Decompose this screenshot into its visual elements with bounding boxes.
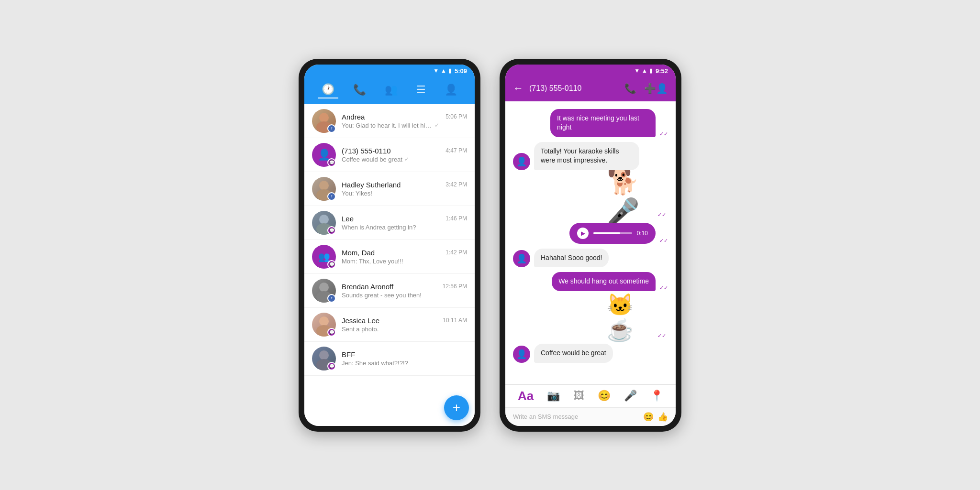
contact-preview-text-jessica: Sent a photo. — [342, 326, 379, 333]
tab-phone[interactable]: 📞 — [349, 82, 370, 98]
contact-name-lee: Lee — [342, 215, 354, 223]
badge-jessica: 💬 — [327, 328, 336, 337]
contact-list: f Andrea 5:06 PM You: Glad to hear it. I… — [304, 104, 475, 426]
input-image-icon[interactable]: 🖼 — [574, 390, 584, 402]
msg-avatar-recv-3: 👤 — [513, 346, 530, 363]
avatar-wrap-713: 👤 💬 — [312, 143, 336, 167]
contact-name-brendan: Brendan Aronoff — [342, 283, 393, 291]
tab-recent[interactable]: 🕐 — [318, 81, 338, 98]
avatar-icon-momdad: 👥 — [318, 251, 330, 262]
audio-progress-bar — [593, 232, 632, 234]
contact-preview-jessica: Sent a photo. — [342, 326, 467, 333]
contact-preview-brendan: Sounds great - see you then! — [342, 292, 467, 299]
bubble-recv-2: Hahaha! Sooo good! — [534, 249, 609, 268]
contact-item-713[interactable]: 👤 💬 (713) 555-0110 4:47 PM Coffee would … — [304, 138, 475, 172]
contact-time-brendan: 12:56 PM — [443, 283, 467, 290]
msg-avatar-recv-1: 👤 — [513, 153, 530, 170]
input-camera-icon[interactable]: 📷 — [547, 390, 560, 402]
contact-info-bff: BFF Jen: She said what?!?!? — [342, 350, 467, 367]
contact-preview-lee: When is Andrea getting in? — [342, 224, 467, 231]
avatar-wrap-brendan: f — [312, 279, 336, 303]
contact-name-row-momdad: Mom, Dad 1:42 PM — [342, 249, 467, 257]
badge-713: 💬 — [327, 158, 336, 167]
contact-name-hadley: Hadley Sutherland — [342, 181, 401, 189]
sms-icons: 😊 👍 — [643, 412, 668, 422]
contact-name-row-lee: Lee 1:46 PM — [342, 215, 467, 223]
status-bar-1: ▼ ▲ ▮ 5:09 — [304, 65, 475, 77]
bubble-recv-3: Coffee would be great — [534, 344, 613, 363]
contact-item-hadley[interactable]: f Hadley Sutherland 3:42 PM You: Yikes! — [304, 172, 475, 206]
contact-preview-text-andrea: You: Glad to hear it. I will let him kno… — [342, 122, 433, 129]
tab-contacts[interactable]: 👥 — [381, 82, 401, 98]
contact-name-row-hadley: Hadley Sutherland 3:42 PM — [342, 181, 467, 189]
check-andrea: ✓ — [434, 122, 439, 129]
sms-emoji-icon[interactable]: 😊 — [643, 412, 654, 422]
phone-chat: ▼ ▲ ▮ 9:52 ← (713) 555-0110 📞 ➕👤 It was … — [500, 59, 681, 432]
avatar-wrap-hadley: f — [312, 177, 336, 201]
phone-screen-chat: ▼ ▲ ▮ 9:52 ← (713) 555-0110 📞 ➕👤 It was … — [505, 65, 676, 426]
contact-preview-text-brendan: Sounds great - see you then! — [342, 292, 422, 299]
msg-check-sent-2: ✓✓ — [659, 285, 668, 291]
contact-item-andrea[interactable]: f Andrea 5:06 PM You: Glad to hear it. I… — [304, 104, 475, 138]
contact-info-andrea: Andrea 5:06 PM You: Glad to hear it. I w… — [342, 113, 467, 129]
contact-item-lee[interactable]: 💬 Lee 1:46 PM When is Andrea getting in? — [304, 206, 475, 240]
contact-preview-text-713: Coffee would be great — [342, 156, 402, 163]
fab-new-chat[interactable]: + — [444, 395, 469, 420]
sticker-karaoke: 🐕🎤 — [607, 175, 655, 218]
contact-name-row-jessica: Jessica Lee 10:11 AM — [342, 316, 467, 325]
sms-thumbsup-icon[interactable]: 👍 — [657, 412, 668, 422]
contact-name-row-bff: BFF — [342, 350, 467, 359]
contact-item-jessica[interactable]: 💬 Jessica Lee 10:11 AM Sent a photo. — [304, 308, 475, 342]
audio-bubble[interactable]: ▶ 0:10 — [569, 223, 656, 244]
contact-time-713: 4:47 PM — [445, 147, 467, 154]
contact-item-bff[interactable]: 💬 BFF Jen: She said what?!?!? — [304, 342, 475, 376]
msg-row-audio: ▶ 0:10 ✓✓ — [513, 223, 668, 244]
sms-input-placeholder[interactable]: Write an SMS message — [513, 413, 639, 420]
msg-row-sent-1: It was nice meeting you last night ✓✓ — [513, 109, 668, 137]
contact-item-brendan[interactable]: f Brendan Aronoff 12:56 PM Sounds great … — [304, 274, 475, 308]
contact-item-momdad[interactable]: 👥 💬 Mom, Dad 1:42 PM Mom: Thx, Love you!… — [304, 240, 475, 274]
bubble-sent-2: We should hang out sometime — [552, 272, 656, 291]
contact-name-row-713: (713) 555-0110 4:47 PM — [342, 147, 467, 155]
contact-preview-andrea: You: Glad to hear it. I will let him kno… — [342, 122, 467, 129]
contact-time-lee: 1:46 PM — [445, 215, 467, 222]
svg-point-10 — [319, 350, 329, 360]
contact-preview-hadley: You: Yikes! — [342, 190, 467, 197]
svg-point-4 — [319, 215, 329, 224]
input-emoji-icon[interactable]: 😊 — [598, 390, 611, 402]
bubble-sent-1: It was nice meeting you last night — [550, 109, 656, 137]
msg-avatar-recv-2: 👤 — [513, 250, 530, 267]
tab-account[interactable]: 👤 — [441, 82, 461, 98]
chat-title: (713) 555-0110 — [529, 84, 619, 93]
avatar-wrap-lee: 💬 — [312, 211, 336, 235]
chat-header: ← (713) 555-0110 📞 ➕👤 — [505, 77, 676, 101]
avatar-wrap-momdad: 👥 💬 — [312, 245, 336, 269]
phone-contacts: ▼ ▲ ▮ 5:09 🕐 📞 👥 ☰ 👤 f — [299, 59, 480, 432]
contact-preview-bff: Jen: She said what?!?!? — [342, 359, 467, 367]
msg-row-sent-2: We should hang out sometime ✓✓ — [513, 272, 668, 291]
bubble-recv-1: Totally! Your karaoke skills were most i… — [534, 142, 639, 170]
add-contact-icon[interactable]: ➕👤 — [644, 83, 668, 94]
sticker-row-1: 🐕🎤 ✓✓ — [513, 175, 668, 218]
status-icons-2: ▼ ▲ ▮ — [634, 67, 653, 74]
tab-menu[interactable]: ☰ — [412, 82, 430, 98]
check-713: ✓ — [404, 156, 409, 163]
wifi-icon-2: ▼ — [634, 67, 640, 74]
input-location-icon[interactable]: 📍 — [650, 390, 663, 402]
back-button[interactable]: ← — [513, 82, 523, 95]
input-text-icon[interactable]: Aa — [518, 389, 534, 403]
badge-andrea: f — [327, 124, 336, 133]
input-mic-icon[interactable]: 🎤 — [624, 390, 637, 402]
contact-preview-text-hadley: You: Yikes! — [342, 190, 372, 197]
play-button[interactable]: ▶ — [577, 228, 589, 239]
svg-point-2 — [319, 181, 329, 190]
header-icons: 📞 ➕👤 — [624, 83, 668, 94]
badge-brendan: f — [327, 294, 336, 303]
contact-preview-momdad: Mom: Thx, Love you!!! — [342, 258, 467, 265]
badge-momdad: 💬 — [327, 260, 336, 269]
msg-check-sticker-2: ✓✓ — [657, 333, 666, 339]
sms-bar: Write an SMS message 😊 👍 — [505, 407, 676, 426]
contact-name-713: (713) 555-0110 — [342, 147, 391, 155]
signal-icon-2: ▲ — [642, 67, 647, 74]
call-icon[interactable]: 📞 — [624, 83, 636, 94]
